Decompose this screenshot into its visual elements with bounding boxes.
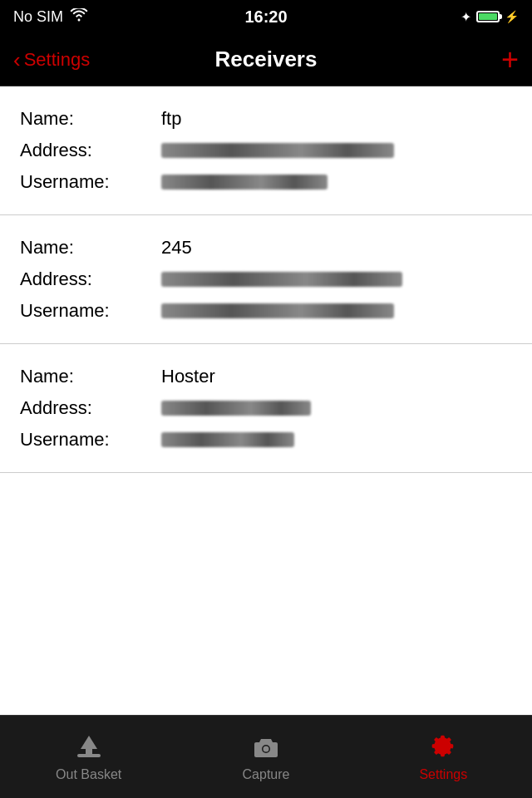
username-value-2 bbox=[161, 303, 394, 318]
address-value-3 bbox=[161, 401, 311, 416]
svg-marker-1 bbox=[81, 736, 97, 754]
tab-settings[interactable]: Settings bbox=[355, 732, 532, 782]
status-right: ✦ ⚡ bbox=[461, 9, 519, 25]
nav-bar: ‹ Settings Receivers + bbox=[0, 33, 532, 86]
add-button[interactable]: + bbox=[501, 45, 519, 75]
receiver-item-3[interactable]: Name: Hoster Address: Username: bbox=[0, 344, 532, 473]
svg-point-3 bbox=[263, 746, 268, 751]
receiver-address-row-1: Address: bbox=[20, 135, 512, 166]
camera-icon bbox=[251, 732, 281, 762]
wifi-icon bbox=[70, 8, 88, 25]
name-label-2: Name: bbox=[20, 237, 161, 259]
name-label-1: Name: bbox=[20, 108, 161, 130]
address-label-2: Address: bbox=[20, 268, 161, 290]
tab-capture-label: Capture bbox=[243, 767, 290, 782]
back-button[interactable]: ‹ Settings bbox=[13, 49, 90, 71]
username-label-3: Username: bbox=[20, 429, 161, 451]
tab-out-basket[interactable]: Out Basket bbox=[0, 732, 177, 782]
address-label-1: Address: bbox=[20, 140, 161, 161]
bolt-icon: ⚡ bbox=[505, 10, 519, 23]
carrier-label: No SIM bbox=[13, 8, 63, 26]
username-value-1 bbox=[161, 175, 328, 190]
receiver-item-2[interactable]: Name: 245 Address: Username: bbox=[0, 215, 532, 344]
username-label-2: Username: bbox=[20, 300, 161, 322]
address-label-3: Address: bbox=[20, 397, 161, 419]
bluetooth-icon: ✦ bbox=[461, 9, 471, 25]
receiver-name-row-1: Name: ftp bbox=[20, 103, 512, 135]
receivers-list: Name: ftp Address: Username: Name: 245 A… bbox=[0, 86, 532, 715]
address-value-2 bbox=[161, 272, 402, 287]
receiver-item-1[interactable]: Name: ftp Address: Username: bbox=[0, 86, 532, 215]
battery-icon bbox=[476, 11, 500, 22]
receiver-username-row-1: Username: bbox=[20, 166, 512, 198]
back-label: Settings bbox=[24, 49, 91, 71]
name-value-3: Hoster bbox=[161, 366, 215, 387]
tab-capture[interactable]: Capture bbox=[177, 732, 354, 782]
username-value-3 bbox=[161, 432, 294, 447]
name-value-2: 245 bbox=[161, 237, 192, 259]
name-value-1: ftp bbox=[161, 108, 181, 130]
username-label-1: Username: bbox=[20, 171, 161, 193]
upload-icon bbox=[74, 732, 104, 762]
receiver-name-row-2: Name: 245 bbox=[20, 232, 512, 264]
receiver-address-row-2: Address: bbox=[20, 264, 512, 295]
name-label-3: Name: bbox=[20, 366, 161, 387]
page-title: Receivers bbox=[215, 47, 318, 72]
status-left: No SIM bbox=[13, 8, 88, 26]
back-chevron-icon: ‹ bbox=[13, 49, 21, 71]
gear-icon bbox=[428, 732, 458, 762]
address-value-1 bbox=[161, 143, 394, 158]
tab-out-basket-label: Out Basket bbox=[56, 767, 121, 782]
tab-settings-label: Settings bbox=[419, 767, 467, 782]
receiver-username-row-2: Username: bbox=[20, 295, 512, 327]
receiver-address-row-3: Address: bbox=[20, 392, 512, 424]
svg-rect-0 bbox=[77, 754, 101, 757]
receiver-username-row-3: Username: bbox=[20, 424, 512, 456]
status-time: 16:20 bbox=[244, 7, 287, 27]
receiver-name-row-3: Name: Hoster bbox=[20, 361, 512, 392]
status-bar: No SIM 16:20 ✦ ⚡ bbox=[0, 0, 532, 33]
tab-bar: Out Basket Capture Settings bbox=[0, 715, 532, 798]
